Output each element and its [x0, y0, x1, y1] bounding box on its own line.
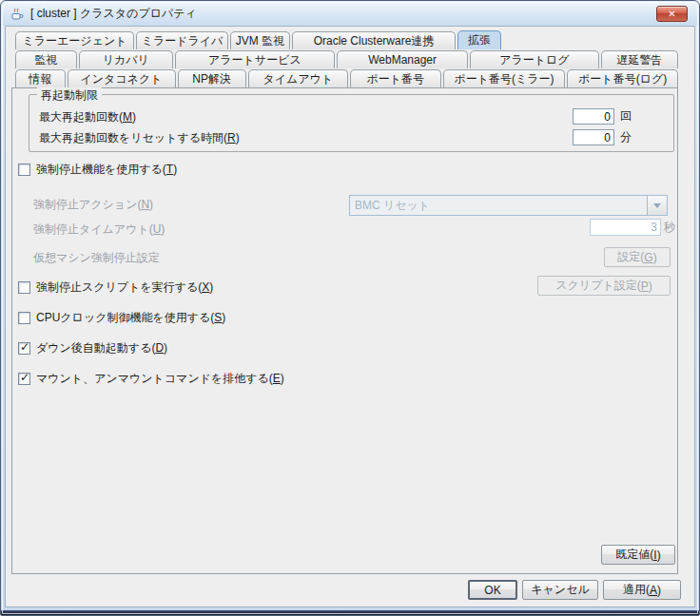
checkbox-box-icon	[18, 312, 30, 324]
max-restart-count-label: 最大再起動回数(M)	[39, 109, 136, 125]
forced-stop-timeout-label: 強制停止タイムアウト(U)	[33, 221, 165, 238]
forced-stop-action-combobox[interactable]: BMC リセット	[349, 195, 668, 216]
tab-jvm-monitor[interactable]: JVM 監視	[230, 31, 290, 49]
window-title: [ cluster ] クラスタのプロパティ	[30, 6, 197, 22]
tab-delay-warning[interactable]: 遅延警告	[601, 50, 678, 68]
apply-button[interactable]: 適用(A)	[603, 580, 681, 600]
tab-np-resolution[interactable]: NP解決	[178, 69, 246, 87]
script-settings-button[interactable]: スクリプト設定(P)	[537, 276, 671, 296]
max-restart-count-input[interactable]	[573, 108, 614, 125]
tab-webmanager[interactable]: WebManager	[337, 50, 468, 68]
restart-reset-time-input[interactable]	[573, 129, 614, 145]
forced-stop-timeout-unit: 秒	[664, 220, 675, 236]
default-values-button[interactable]: 既定値(I)	[601, 545, 675, 565]
tab-pane: ミラーエージェント ミラードライバ JVM 監視 Oracle Clusterw…	[11, 30, 680, 574]
execute-script-checkbox[interactable]: 強制停止スクリプトを実行する(X)	[18, 279, 213, 296]
ok-button[interactable]: OK	[468, 580, 517, 600]
tab-alert-log[interactable]: アラートログ	[470, 50, 598, 68]
forced-stop-action-value: BMC リセット	[350, 196, 647, 215]
footer-button-bar: OK キャンセル 適用(A)	[468, 580, 681, 600]
java-icon	[10, 7, 25, 22]
restart-limit-group-title: 再起動制限	[37, 87, 102, 104]
checkbox-box-icon	[18, 164, 30, 176]
dialog-content: ミラーエージェント ミラードライバ JVM 監視 Oracle Clusterw…	[5, 26, 695, 607]
title-bar[interactable]: [ cluster ] クラスタのプロパティ ✕	[2, 2, 698, 26]
cpu-clock-checkbox[interactable]: CPUクロック制御機能を使用する(S)	[18, 310, 225, 326]
cancel-button[interactable]: キャンセル	[522, 580, 598, 600]
forced-stop-action-label: 強制停止アクション(N)	[33, 197, 153, 213]
forced-stop-timeout-input[interactable]	[590, 219, 661, 236]
tab-interconnect[interactable]: インタコネクト	[68, 69, 176, 87]
tab-row-3: 情報 インタコネクト NP解決 タイムアウト ポート番号 ポート番号(ミラー) …	[11, 68, 680, 87]
checkbox-box-icon	[18, 373, 30, 385]
tab-info[interactable]: 情報	[15, 69, 66, 87]
execute-script-label: 強制停止スクリプトを実行する(X)	[36, 279, 213, 296]
use-forced-stop-checkbox[interactable]: 強制停止機能を使用する(T)	[18, 162, 177, 178]
mount-exclusive-checkbox[interactable]: マウント、アンマウントコマンドを排他する(E)	[18, 371, 284, 387]
tab-port-number-mirror[interactable]: ポート番号(ミラー)	[443, 69, 565, 87]
tab-row-1: ミラーエージェント ミラードライバ JVM 監視 Oracle Clusterw…	[11, 30, 680, 49]
extension-tab-panel: 再起動制限 最大再起動回数(M) 回 最大再起動回数をリセットする時間(R) 分	[11, 87, 678, 574]
tab-extension[interactable]: 拡張	[457, 30, 501, 49]
vm-forced-stop-settings-button[interactable]: 設定(G)	[604, 247, 671, 267]
restart-limit-group: 再起動制限 最大再起動回数(M) 回 最大再起動回数をリセットする時間(R) 分	[29, 94, 674, 152]
tab-monitor[interactable]: 監視	[15, 50, 77, 68]
tab-port-number-log[interactable]: ポート番号(ログ)	[567, 69, 678, 87]
tab-alert-service[interactable]: アラートサービス	[175, 50, 335, 68]
tab-oracle-clusterware[interactable]: Oracle Clusterware連携	[292, 31, 456, 49]
combobox-dropdown-button[interactable]	[647, 196, 667, 215]
tab-port-number[interactable]: ポート番号	[350, 69, 441, 87]
checkbox-box-icon	[18, 342, 30, 355]
cluster-properties-dialog: [ cluster ] クラスタのプロパティ ✕ ミラーエージェント ミラードラ…	[0, 0, 700, 616]
use-forced-stop-label: 強制停止機能を使用する(T)	[36, 162, 177, 178]
tab-mirror-driver[interactable]: ミラードライバ	[136, 31, 228, 49]
tab-timeout[interactable]: タイムアウト	[248, 69, 348, 87]
close-button[interactable]: ✕	[656, 6, 688, 22]
tab-row-2: 監視 リカバリ アラートサービス WebManager アラートログ 遅延警告	[11, 49, 680, 68]
auto-start-checkbox[interactable]: ダウン後自動起動する(D)	[18, 340, 167, 356]
auto-start-label: ダウン後自動起動する(D)	[36, 340, 167, 356]
max-restart-count-unit: 回	[620, 108, 632, 125]
vm-forced-stop-label: 仮想マシン強制停止設定	[33, 250, 160, 266]
mount-exclusive-label: マウント、アンマウントコマンドを排他する(E)	[36, 371, 284, 387]
cpu-clock-label: CPUクロック制御機能を使用する(S)	[36, 310, 225, 326]
checkbox-box-icon	[18, 281, 30, 294]
tab-mirror-agent[interactable]: ミラーエージェント	[15, 31, 134, 49]
restart-reset-time-unit: 分	[620, 129, 632, 145]
tab-recovery[interactable]: リカバリ	[79, 50, 173, 68]
restart-reset-time-label: 最大再起動回数をリセットする時間(R)	[39, 130, 240, 146]
chevron-down-icon	[653, 203, 661, 208]
